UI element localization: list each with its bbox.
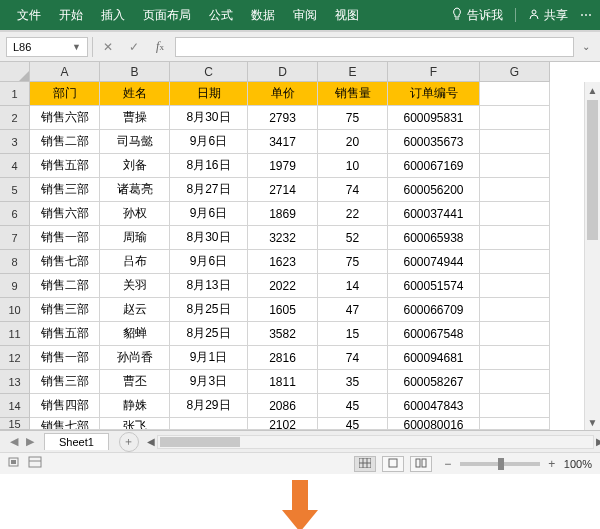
row-header[interactable]: 5 bbox=[0, 178, 30, 202]
row-header[interactable]: 4 bbox=[0, 154, 30, 178]
cell[interactable]: 部门 bbox=[30, 82, 100, 106]
record-macro-icon[interactable] bbox=[8, 456, 22, 471]
cell[interactable]: 22 bbox=[318, 202, 388, 226]
cell[interactable]: 35 bbox=[318, 370, 388, 394]
tab-data[interactable]: 数据 bbox=[242, 0, 284, 30]
cell[interactable]: 74 bbox=[318, 346, 388, 370]
col-header-F[interactable]: F bbox=[388, 62, 480, 82]
cell[interactable]: 销售七部 bbox=[30, 418, 100, 430]
sheet-tab-active[interactable]: Sheet1 bbox=[44, 433, 109, 450]
cell[interactable] bbox=[480, 346, 550, 370]
zoom-readout[interactable]: 100% bbox=[564, 458, 592, 470]
row-header[interactable]: 9 bbox=[0, 274, 30, 298]
cell[interactable] bbox=[480, 82, 550, 106]
cell[interactable]: 销售一部 bbox=[30, 226, 100, 250]
tell-me[interactable]: 告诉我 bbox=[451, 7, 503, 24]
cell[interactable]: 3582 bbox=[248, 322, 318, 346]
accept-formula-icon[interactable]: ✓ bbox=[123, 37, 145, 57]
cell[interactable]: 销售六部 bbox=[30, 106, 100, 130]
cell[interactable]: 74 bbox=[318, 178, 388, 202]
scroll-left-icon[interactable]: ◀ bbox=[144, 436, 158, 448]
cell[interactable]: 600074944 bbox=[388, 250, 480, 274]
cell[interactable]: 600035673 bbox=[388, 130, 480, 154]
page-layout-view-button[interactable] bbox=[382, 456, 404, 472]
cell[interactable]: 9月6日 bbox=[170, 130, 248, 154]
tab-formula[interactable]: 公式 bbox=[200, 0, 242, 30]
cell[interactable]: 销售六部 bbox=[30, 202, 100, 226]
cell[interactable] bbox=[480, 154, 550, 178]
cell[interactable]: 8月30日 bbox=[170, 106, 248, 130]
fx-icon[interactable]: fx bbox=[149, 37, 171, 57]
row-header[interactable]: 7 bbox=[0, 226, 30, 250]
cell[interactable]: 孙权 bbox=[100, 202, 170, 226]
cell[interactable]: 10 bbox=[318, 154, 388, 178]
cell[interactable]: 45 bbox=[318, 418, 388, 430]
cell[interactable]: 张飞 bbox=[100, 418, 170, 430]
cell[interactable]: 15 bbox=[318, 322, 388, 346]
cell[interactable]: 3232 bbox=[248, 226, 318, 250]
cell[interactable]: 姓名 bbox=[100, 82, 170, 106]
row-header[interactable]: 3 bbox=[0, 130, 30, 154]
cell[interactable]: 600080016 bbox=[388, 418, 480, 430]
vertical-scrollbar[interactable]: ▲ ▼ bbox=[584, 82, 600, 430]
cell[interactable]: 600047843 bbox=[388, 394, 480, 418]
name-box[interactable]: L86 ▼ bbox=[6, 37, 88, 57]
cell[interactable]: 8月25日 bbox=[170, 322, 248, 346]
cell[interactable]: 75 bbox=[318, 106, 388, 130]
scroll-up-icon[interactable]: ▲ bbox=[585, 82, 600, 98]
cell[interactable]: 8月27日 bbox=[170, 178, 248, 202]
cell[interactable]: 14 bbox=[318, 274, 388, 298]
cell[interactable]: 600065938 bbox=[388, 226, 480, 250]
row-header[interactable]: 15 bbox=[0, 418, 30, 430]
cell[interactable]: 9月6日 bbox=[170, 250, 248, 274]
cell[interactable] bbox=[170, 418, 248, 430]
scroll-right-icon[interactable]: ▶ bbox=[593, 436, 600, 448]
row-header[interactable]: 1 bbox=[0, 82, 30, 106]
cell[interactable]: 600094681 bbox=[388, 346, 480, 370]
cell[interactable]: 1623 bbox=[248, 250, 318, 274]
add-sheet-button[interactable]: ＋ bbox=[119, 432, 139, 452]
normal-view-button[interactable] bbox=[354, 456, 376, 472]
col-header-A[interactable]: A bbox=[30, 62, 100, 82]
cell[interactable] bbox=[480, 418, 550, 430]
cell[interactable] bbox=[480, 370, 550, 394]
share-button[interactable]: 共享 bbox=[528, 7, 568, 24]
cell[interactable]: 3417 bbox=[248, 130, 318, 154]
cell[interactable]: 45 bbox=[318, 394, 388, 418]
page-break-view-button[interactable] bbox=[410, 456, 432, 472]
zoom-out-button[interactable]: − bbox=[442, 457, 454, 471]
hscroll-thumb[interactable] bbox=[160, 437, 240, 447]
cell[interactable]: 2086 bbox=[248, 394, 318, 418]
zoom-in-button[interactable]: + bbox=[546, 457, 558, 471]
row-header[interactable]: 8 bbox=[0, 250, 30, 274]
cell[interactable]: 20 bbox=[318, 130, 388, 154]
cell[interactable]: 8月16日 bbox=[170, 154, 248, 178]
cell[interactable]: 9月1日 bbox=[170, 346, 248, 370]
scroll-down-icon[interactable]: ▼ bbox=[585, 414, 600, 430]
cell[interactable]: 600037441 bbox=[388, 202, 480, 226]
cell[interactable]: 司马懿 bbox=[100, 130, 170, 154]
cell[interactable]: 2102 bbox=[248, 418, 318, 430]
row-header[interactable]: 14 bbox=[0, 394, 30, 418]
cell[interactable]: 销售四部 bbox=[30, 394, 100, 418]
expand-formula-bar-icon[interactable]: ⌄ bbox=[578, 41, 594, 52]
cell[interactable]: 销售三部 bbox=[30, 370, 100, 394]
cell[interactable]: 600067169 bbox=[388, 154, 480, 178]
cell[interactable]: 1811 bbox=[248, 370, 318, 394]
cell[interactable]: 8月25日 bbox=[170, 298, 248, 322]
chevron-down-icon[interactable]: ▼ bbox=[72, 42, 81, 52]
select-all-corner[interactable] bbox=[0, 62, 30, 82]
cell[interactable]: 9月6日 bbox=[170, 202, 248, 226]
cell[interactable]: 600056200 bbox=[388, 178, 480, 202]
cell[interactable]: 2816 bbox=[248, 346, 318, 370]
cell[interactable]: 赵云 bbox=[100, 298, 170, 322]
col-header-D[interactable]: D bbox=[248, 62, 318, 82]
cell[interactable]: 销售一部 bbox=[30, 346, 100, 370]
tab-file[interactable]: 文件 bbox=[8, 0, 50, 30]
row-header[interactable]: 12 bbox=[0, 346, 30, 370]
zoom-slider-thumb[interactable] bbox=[498, 458, 504, 470]
cell[interactable]: 75 bbox=[318, 250, 388, 274]
cell[interactable]: 销售五部 bbox=[30, 154, 100, 178]
vscroll-thumb[interactable] bbox=[587, 100, 598, 240]
cell[interactable] bbox=[480, 322, 550, 346]
